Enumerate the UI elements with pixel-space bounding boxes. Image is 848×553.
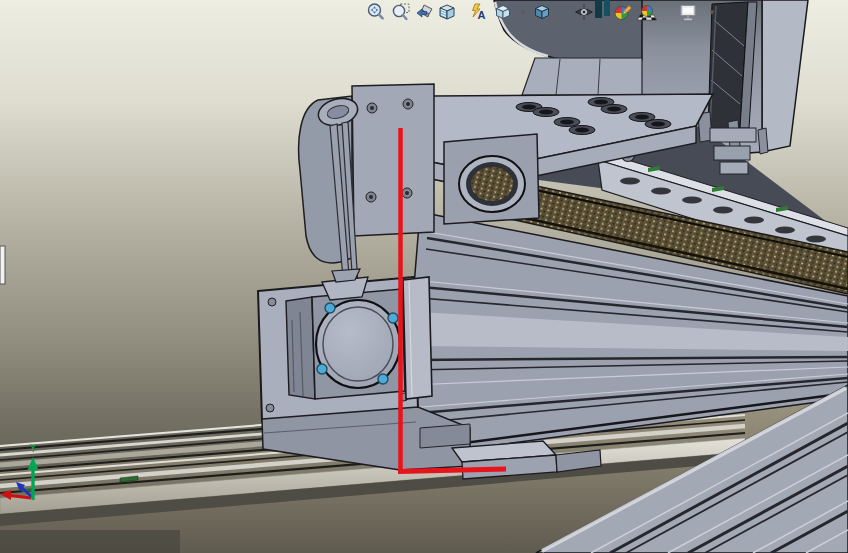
edit-appearance-button[interactable] bbox=[612, 1, 634, 23]
annotations-button[interactable]: A bbox=[466, 1, 488, 23]
sketch-line-horizontal[interactable] bbox=[398, 469, 506, 472]
beam-support-post[interactable] bbox=[403, 277, 432, 399]
view-settings-dropdown[interactable]: ▾ bbox=[707, 6, 717, 18]
motor-screw-blue bbox=[388, 313, 398, 323]
view-orientation-dropdown[interactable]: ▾ bbox=[518, 6, 528, 18]
section-view-button[interactable] bbox=[436, 1, 458, 23]
edge-artifact-tab bbox=[0, 246, 5, 284]
display-style-button[interactable] bbox=[531, 1, 553, 23]
zoom-to-area-button[interactable] bbox=[390, 1, 412, 23]
hide-show-items-button[interactable] bbox=[573, 1, 595, 23]
zoom-to-fit-icon bbox=[366, 2, 386, 22]
zoom-to-area-icon bbox=[391, 2, 411, 22]
annotations-icon: A bbox=[467, 2, 487, 22]
zoom-to-fit-button[interactable] bbox=[365, 1, 387, 23]
hide-show-items-icon bbox=[574, 2, 594, 22]
view-orientation-button[interactable] bbox=[492, 1, 514, 23]
previous-view-button[interactable] bbox=[414, 1, 436, 23]
view-settings-button[interactable] bbox=[677, 1, 699, 23]
edit-appearance-icon bbox=[613, 2, 633, 22]
display-style-icon bbox=[532, 2, 552, 22]
z-mount-plate[interactable] bbox=[522, 58, 642, 95]
motor-screw-blue bbox=[378, 374, 388, 384]
view-orientation-icon bbox=[493, 2, 513, 22]
model-scene: Y bbox=[0, 0, 848, 553]
bearing-housing[interactable] bbox=[444, 134, 539, 224]
previous-view-icon bbox=[415, 2, 435, 22]
section-view-icon bbox=[437, 2, 457, 22]
svg-text:A: A bbox=[478, 9, 486, 21]
apply-scene-button[interactable] bbox=[636, 1, 658, 23]
view-settings-icon bbox=[678, 2, 698, 22]
cad-viewport: Y A bbox=[0, 0, 848, 553]
motor-screw-blue bbox=[317, 364, 327, 374]
triad-y-label: Y bbox=[29, 442, 37, 455]
motor-screw-blue bbox=[325, 303, 335, 313]
apply-scene-icon bbox=[637, 2, 657, 22]
